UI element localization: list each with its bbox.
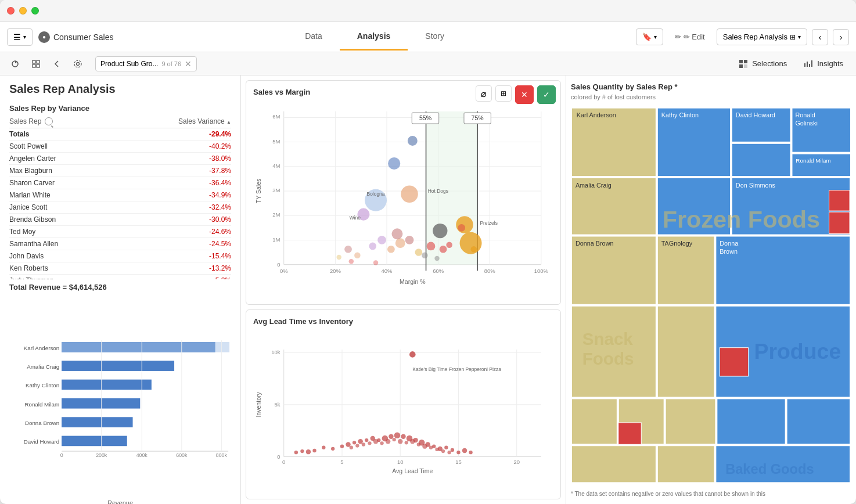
svg-point-164 [441,449,445,453]
row-name: Sharon Carver [9,179,55,187]
insights-button[interactable]: Insights [797,56,849,71]
svg-point-162 [429,446,433,449]
bookmark-arrow: ▾ [654,34,657,40]
svg-text:20%: 20% [330,268,341,274]
svg-text:15: 15 [455,459,462,465]
svg-point-93 [458,224,465,232]
svg-point-80 [460,232,482,254]
svg-text:800k: 800k [216,452,228,458]
table-row[interactable]: Angelen Carter -38.0% [9,153,231,165]
grid-icon: ⊞ [790,33,796,41]
svg-point-84 [440,246,447,253]
treemap-svg: Karl Anderson Kathy Clinton David Howard… [571,104,851,488]
table-row[interactable]: Sharon Carver -36.4% [9,177,231,189]
table-row[interactable]: Judy Thurman -5.3% [9,275,231,279]
svg-point-103 [373,260,378,265]
svg-text:David Howard: David Howard [736,111,775,118]
svg-point-147 [462,448,467,453]
svg-point-136 [394,432,401,438]
svg-text:Karl Anderson: Karl Anderson [24,345,59,351]
scatter-chart-card: Sales vs Margin ⌀ ⊞ ✕ ✓ [246,80,561,305]
svg-point-82 [433,224,447,238]
edit-button[interactable]: ✏ ✏ Edit [668,29,712,45]
scatter-svg[interactable]: 0 1M 2M 3M 4M 5M 6M TY Sales 0% 20% 40% … [253,101,553,293]
svg-rect-27 [62,342,229,352]
table-row[interactable]: Janice Scott -32.4% [9,201,231,214]
treemap[interactable]: Karl Anderson Kathy Clinton David Howard… [571,104,851,488]
row-name: Ken Roberts [9,264,48,272]
svg-text:5M: 5M [272,138,280,145]
svg-point-86 [415,249,423,256]
svg-point-90 [391,228,402,239]
svg-point-101 [434,256,439,261]
hamburger-icon: ☰ [13,33,21,42]
search-icon[interactable] [45,117,53,125]
svg-point-151 [362,442,365,446]
sheet-selector[interactable]: Sales Rep Analysis ⊞ ▾ [717,28,807,45]
prev-sheet-button[interactable]: ‹ [812,29,828,45]
svg-text:100%: 100% [534,268,549,274]
svg-point-158 [405,441,408,444]
selections-button[interactable]: Selections [732,56,793,71]
svg-point-75 [401,185,418,203]
svg-text:10: 10 [397,459,404,465]
table-row[interactable]: Marian White -34.9% [9,189,231,201]
svg-rect-10 [744,64,747,68]
maximize-button[interactable] [31,7,39,15]
svg-text:Ronald Milam: Ronald Milam [24,401,59,408]
bookmark-button[interactable]: 🔖 ▾ [636,28,663,45]
pencil-icon: ✏ [675,33,681,41]
svg-text:Kathy Clinton: Kathy Clinton [661,111,699,118]
tab-close-button[interactable]: ✕ [185,59,192,69]
tab-analysis[interactable]: Analysis [340,23,408,51]
svg-text:Wine: Wine [350,215,361,221]
tab-data[interactable]: Data [287,23,340,51]
center-panel: Sales vs Margin ⌀ ⊞ ✕ ✓ [241,75,566,504]
back-button[interactable] [49,56,65,72]
svg-text:Baked Goods: Baked Goods [725,462,814,477]
row-name: Angelen Carter [9,154,56,163]
svg-text:TY Sales: TY Sales [255,179,262,204]
lasso-button[interactable]: ⌀ [476,85,492,102]
lead-time-svg[interactable]: 0 5k 10k Inventory 0 5 10 15 20 Avg Lead… [253,330,553,491]
svg-point-92 [369,243,376,250]
settings-button[interactable] [70,56,86,72]
table-row[interactable]: John Davis -15.4% [9,250,231,262]
table-row[interactable]: Scott Powell -40.2% [9,141,231,153]
right-panel: Sales Quantity by Sales Rep * colored by… [566,75,856,504]
refresh-button[interactable] [7,56,23,72]
confirm-button[interactable]: ✓ [537,85,556,104]
app-title: Consumer Sales [53,33,114,42]
row-name: Ted Moy [9,228,35,236]
bar-chart[interactable]: Karl Anderson Amalia Craig Kathy Clinton… [9,295,231,499]
row-value: -24.5% [209,240,231,248]
minimize-button[interactable] [19,7,27,15]
table-row[interactable]: Ken Roberts -13.2% [9,262,231,275]
svg-rect-208 [787,398,850,444]
hamburger-menu[interactable]: ☰ ▾ [7,28,33,46]
table-row[interactable]: Max Blagburn -37.8% [9,165,231,177]
svg-point-156 [393,438,396,441]
target-button[interactable]: ⊞ [495,85,512,102]
svg-text:3M: 3M [272,187,280,193]
svg-point-127 [340,445,344,448]
table-row[interactable]: Samantha Allen -24.5% [9,238,231,250]
svg-point-94 [471,246,477,253]
close-button[interactable] [7,7,15,15]
sort-icon[interactable]: ▲ [226,120,231,125]
svg-point-99 [336,255,341,260]
nav-tabs: Data Analysis Story [114,23,636,51]
svg-point-131 [365,438,368,442]
insights-label: Insights [817,59,843,68]
active-tab-pill[interactable]: Product Sub Gro... 9 of 76 ✕ [95,56,197,71]
reject-button[interactable]: ✕ [515,85,534,104]
grid-select-button[interactable] [28,56,44,72]
svg-rect-206 [666,398,716,444]
next-sheet-button[interactable]: › [833,29,849,45]
svg-point-79 [456,216,473,233]
lead-time-chart-card: Avg Lead Time vs Inventory 0 5k [246,309,561,499]
table-row[interactable]: Ted Moy -24.6% [9,226,231,238]
svg-text:Kathy Clinton: Kathy Clinton [26,382,59,388]
table-row[interactable]: Brenda Gibson -30.0% [9,214,231,226]
tab-story[interactable]: Story [408,23,462,51]
